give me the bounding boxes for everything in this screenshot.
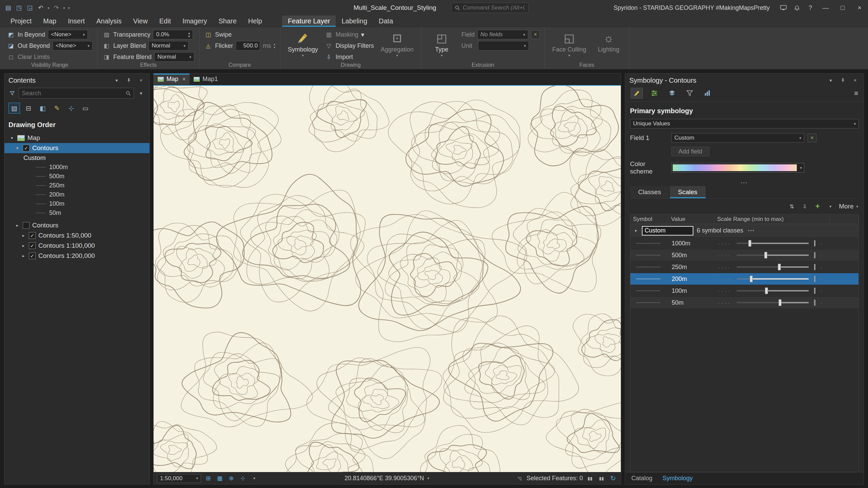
tab-edit[interactable]: Edit [154, 16, 177, 27]
tab-imagery[interactable]: Imagery [177, 16, 213, 27]
snapping-icon[interactable]: ⊹ [238, 474, 247, 483]
table-row[interactable]: 100m ···· · [630, 285, 859, 297]
redo-dropdown-chevron-icon[interactable]: ▾ [62, 6, 66, 10]
line-symbol-swatch[interactable] [636, 243, 660, 244]
legend-item[interactable]: 200m [4, 190, 150, 199]
list-by-selection-icon[interactable]: ◧ [37, 103, 48, 114]
signed-in-account[interactable]: Spyridon - STARIDAS GEOGRAPHY #MakingMap… [614, 4, 770, 12]
slider-track[interactable] [737, 255, 809, 256]
tab-feature-layer[interactable]: Feature Layer [282, 16, 336, 27]
presenter-display-icon[interactable] [776, 0, 790, 16]
line-symbol-swatch[interactable] [636, 255, 660, 256]
line-symbol-swatch[interactable] [636, 267, 660, 267]
extrusion-field-dropdown[interactable]: No fields▾ [477, 30, 528, 39]
table-row[interactable]: 50m ···· · [630, 297, 859, 309]
search-options-chevron-icon[interactable]: ▾ [137, 89, 145, 98]
slider-max-marker[interactable] [814, 300, 815, 306]
expander-icon[interactable]: ▸ [21, 233, 26, 238]
slider-track[interactable] [737, 302, 809, 303]
line-symbol-swatch[interactable] [636, 290, 660, 291]
tree-item-contours-100k[interactable]: ▸ ✓ Contours 1:100,000 [4, 241, 150, 251]
in-beyond-dropdown[interactable]: <None>▾ [48, 30, 88, 39]
slider-thumb[interactable] [778, 264, 781, 270]
legend-item[interactable]: 250m [4, 181, 150, 190]
lighting-button[interactable]: ☼ Lighting [593, 30, 624, 54]
pin-icon[interactable] [839, 76, 847, 85]
tree-item-map[interactable]: ▾ Map [4, 133, 150, 143]
slider-thumb[interactable] [748, 240, 751, 247]
pin-icon[interactable] [124, 76, 133, 85]
close-pane-icon[interactable]: × [851, 76, 860, 85]
group-menu-icon[interactable]: ••• [748, 228, 755, 233]
pane-menu-icon[interactable]: ≡ [854, 89, 858, 97]
refresh-map-icon[interactable]: ↻ [609, 474, 617, 483]
group-name-input[interactable] [642, 226, 693, 236]
close-button[interactable]: × [851, 0, 868, 16]
tree-item-contours-layer-2[interactable]: ▸ ✓ Contours [4, 220, 150, 230]
tree-item-contours-50k[interactable]: ▸ ✓ Contours 1:50,000 [4, 230, 150, 241]
scale-range-slider[interactable]: ···· · [714, 238, 830, 249]
contents-search-input[interactable] [22, 90, 124, 97]
add-class-chevron-icon[interactable]: ▾ [826, 202, 835, 211]
scale-range-slider[interactable]: ···· · [714, 249, 830, 261]
column-header-value[interactable]: Value [668, 215, 714, 224]
go-to-xy-icon[interactable]: ⊞ [204, 474, 213, 483]
slider-max-marker[interactable] [814, 276, 815, 282]
extrusion-expression-button[interactable]: × [531, 30, 540, 39]
reorder-classes-icon[interactable]: ⇅ [787, 202, 796, 211]
slider-thumb[interactable] [764, 252, 767, 259]
tab-scales[interactable]: Scales [670, 186, 706, 198]
view-tab-map1[interactable]: Map1 [190, 74, 222, 85]
table-row-selected[interactable]: 200m ···· · [630, 273, 859, 285]
slider-thumb[interactable] [765, 287, 768, 294]
status-tools-chevron-icon[interactable]: ▾ [250, 474, 259, 483]
primary-symbology-tab-icon[interactable] [631, 88, 643, 99]
advanced-symbology-tab-icon[interactable] [701, 88, 713, 99]
feature-blend-dropdown[interactable]: Normal▾ [154, 52, 194, 62]
expander-icon[interactable]: ▸ [21, 243, 26, 248]
slider-max-marker[interactable] [814, 288, 815, 294]
scale-range-slider[interactable]: ···· · [714, 297, 830, 308]
grid-overlay-icon[interactable]: ▦ [215, 474, 224, 483]
table-row[interactable]: 500m ···· · [630, 249, 859, 261]
extrusion-type-button[interactable]: ◰ Type ▾ [426, 30, 457, 58]
list-by-labeling-icon[interactable]: ▭ [80, 103, 91, 114]
legend-item[interactable]: 1000m [4, 163, 150, 172]
map-scale-input[interactable] [160, 475, 191, 482]
out-beyond-dropdown[interactable]: <None>▾ [53, 41, 93, 50]
expander-icon[interactable]: ▸ [15, 223, 20, 228]
slider-thumb[interactable] [778, 299, 782, 306]
tab-project[interactable]: Project [5, 16, 37, 27]
table-row[interactable]: 1000m ···· · [630, 238, 859, 249]
scale-range-slider[interactable]: ···· · [714, 261, 830, 273]
command-search-input[interactable] [463, 4, 525, 11]
class-group-row[interactable]: ▾ 6 symbol classes ••• [630, 224, 859, 238]
undo-dropdown-chevron-icon[interactable]: ▾ [46, 6, 51, 10]
add-class-icon[interactable]: + [813, 202, 822, 211]
scale-range-slider[interactable]: ···· · [714, 273, 830, 285]
slider-track[interactable] [737, 266, 809, 268]
tab-map[interactable]: Map [37, 16, 62, 27]
app-menu-icon[interactable]: ▤ [3, 2, 14, 14]
layer-visibility-checkbox[interactable]: ✓ [23, 222, 29, 229]
map-canvas[interactable] [154, 85, 621, 472]
layer-visibility-checkbox[interactable]: ✓ [29, 252, 36, 259]
undo-icon[interactable]: ↶ [35, 2, 46, 14]
slider-track[interactable] [737, 243, 809, 244]
tab-insert[interactable]: Insert [62, 16, 91, 27]
layer-visibility-checkbox[interactable]: ✓ [23, 145, 29, 151]
pane-options-chevron-icon[interactable]: ▾ [112, 76, 121, 85]
tab-share[interactable]: Share [213, 16, 242, 27]
expander-icon[interactable]: ▾ [633, 228, 638, 233]
map-scale-combo[interactable]: ▾ [157, 474, 201, 483]
notifications-bell-icon[interactable] [790, 0, 804, 16]
legend-item[interactable]: 100m [4, 199, 150, 208]
view-tab-map[interactable]: Map × [154, 74, 190, 85]
line-symbol-swatch[interactable] [636, 302, 660, 303]
pane-options-chevron-icon[interactable]: ▾ [826, 76, 835, 85]
tree-item-contours-200k[interactable]: ▸ ✓ Contours 1:200,000 [4, 251, 150, 261]
help-icon[interactable]: ? [804, 0, 817, 16]
symbol-layer-drawing-tab-icon[interactable] [666, 88, 678, 99]
pause-labeling-icon[interactable]: ▮▮ [597, 474, 606, 483]
tab-analysis[interactable]: Analysis [91, 16, 127, 27]
